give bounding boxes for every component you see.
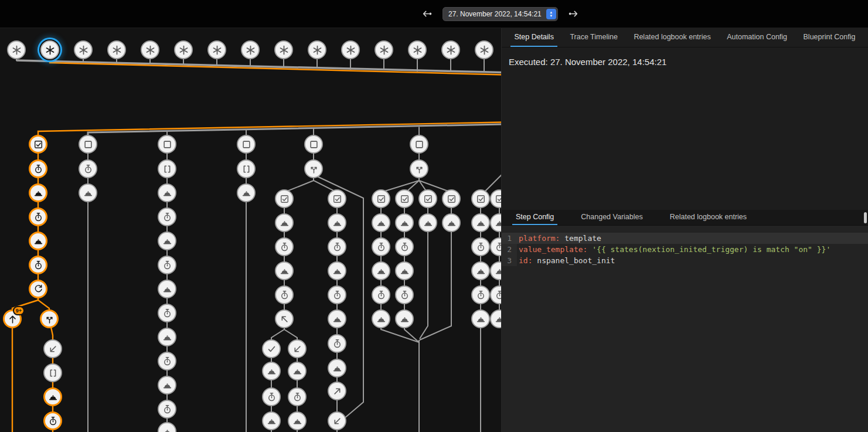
split-node[interactable] [304, 159, 323, 178]
checkbox-marked-node[interactable] [471, 189, 490, 208]
tab-blueprint-config[interactable]: Blueprint Config [800, 28, 859, 47]
asterisk-node[interactable] [375, 40, 393, 59]
bell-node[interactable] [471, 261, 490, 280]
checkbox-marked-node[interactable] [395, 189, 414, 208]
bell-node[interactable] [237, 183, 256, 202]
bell-node[interactable] [471, 309, 490, 328]
tab-automation-config[interactable]: Automation Config [723, 28, 791, 47]
next-trace-button[interactable] [567, 8, 580, 21]
timer-node[interactable] [328, 237, 346, 256]
tab-changed-variables[interactable]: Changed Variables [577, 210, 646, 225]
bell-node[interactable] [395, 261, 414, 280]
bell-node[interactable] [395, 309, 414, 328]
bell-node[interactable] [471, 213, 490, 232]
bell-node[interactable] [288, 362, 307, 380]
timer-node[interactable] [79, 159, 97, 178]
asterisk-node[interactable] [207, 40, 226, 59]
bell-node[interactable] [275, 261, 294, 280]
split-node[interactable] [410, 159, 428, 178]
bell-node[interactable] [29, 183, 47, 202]
asterisk-node[interactable] [475, 40, 493, 59]
timer-node[interactable] [288, 387, 307, 406]
square-node[interactable] [410, 135, 428, 154]
timer-node[interactable] [29, 256, 47, 274]
bell-node[interactable] [262, 411, 281, 430]
timer-node[interactable] [471, 237, 490, 256]
bell-node[interactable] [328, 261, 346, 280]
asterisk-node[interactable] [174, 40, 193, 59]
timer-node[interactable] [395, 237, 414, 256]
bell-node[interactable] [328, 359, 346, 377]
checkbox-marked-node[interactable] [275, 189, 294, 208]
timer-node[interactable] [275, 237, 294, 256]
timer-node[interactable] [328, 285, 346, 304]
timer-node[interactable] [372, 237, 390, 256]
timer-node[interactable] [328, 334, 346, 353]
scrollbar-thumb[interactable] [864, 212, 867, 223]
arrow-down-left-node[interactable] [328, 411, 346, 430]
checkbox-marked-node[interactable] [418, 189, 437, 208]
asterisk-node[interactable] [274, 40, 293, 59]
bell-node[interactable] [442, 213, 461, 232]
bell-node[interactable] [43, 387, 62, 406]
bell-node[interactable] [158, 232, 176, 250]
timer-node[interactable] [395, 285, 414, 304]
timer-node[interactable] [275, 285, 294, 304]
bell-node[interactable] [158, 328, 176, 346]
arrow-up-left-node[interactable] [275, 309, 294, 328]
arrow-up-node[interactable]: 9+ [3, 309, 22, 328]
brackets-node[interactable] [237, 159, 256, 178]
bell-node[interactable] [158, 280, 176, 298]
asterisk-node[interactable] [308, 40, 326, 59]
timer-node[interactable] [158, 352, 176, 370]
timer-node[interactable] [158, 208, 176, 226]
timer-node[interactable] [372, 285, 390, 304]
bell-node[interactable] [275, 213, 294, 232]
timer-node[interactable] [158, 304, 176, 322]
bell-node[interactable] [158, 376, 176, 394]
arrow-down-left-node[interactable] [43, 339, 62, 358]
arrow-down-left-node[interactable] [288, 339, 307, 358]
tab-step-details[interactable]: Step Details [510, 28, 557, 47]
arrow-up-right-node[interactable] [328, 382, 346, 400]
checkbox-marked-node[interactable] [328, 189, 346, 208]
timer-node[interactable] [158, 256, 176, 274]
check-node[interactable] [262, 339, 281, 358]
timer-node[interactable] [262, 387, 281, 406]
timer-node[interactable] [158, 400, 176, 419]
tab-related-logbook-entries[interactable]: Related logbook entries [666, 210, 750, 225]
tab-related-logbook-entries[interactable]: Related logbook entries [630, 28, 714, 47]
timer-node[interactable] [471, 285, 490, 304]
asterisk-node[interactable] [40, 40, 59, 59]
bell-node[interactable] [372, 309, 390, 328]
bell-node[interactable] [158, 183, 176, 202]
square-node[interactable] [79, 135, 97, 154]
refresh-node[interactable] [29, 280, 47, 298]
checkbox-marked-node[interactable] [442, 189, 461, 208]
asterisk-node[interactable] [74, 40, 93, 59]
tab-step-config[interactable]: Step Config [512, 210, 557, 225]
split-node[interactable] [40, 309, 59, 328]
asterisk-node[interactable] [107, 40, 126, 59]
bell-node[interactable] [372, 261, 390, 280]
bell-node[interactable] [328, 213, 346, 232]
asterisk-node[interactable] [241, 40, 260, 59]
brackets-node[interactable] [158, 159, 176, 178]
bell-node[interactable] [288, 411, 307, 430]
timer-node[interactable] [43, 411, 62, 430]
bell-node[interactable] [395, 213, 414, 232]
bell-node[interactable] [29, 232, 47, 250]
timer-node[interactable] [29, 208, 47, 226]
timer-node[interactable] [29, 159, 47, 178]
prev-trace-button[interactable] [421, 8, 434, 21]
checkbox-marked-node[interactable] [372, 189, 390, 208]
asterisk-node[interactable] [341, 40, 360, 59]
asterisk-node[interactable] [141, 40, 159, 59]
square-node[interactable] [304, 135, 323, 154]
tab-trace-timeline[interactable]: Trace Timeline [566, 28, 621, 47]
trace-datetime-select[interactable]: 27. November 2022, 14:54:21 ▴▾ [442, 7, 558, 21]
checkbox-marked-node[interactable] [29, 135, 47, 154]
square-node[interactable] [158, 135, 176, 154]
bell-node[interactable] [328, 309, 346, 328]
bell-node[interactable] [79, 183, 97, 202]
